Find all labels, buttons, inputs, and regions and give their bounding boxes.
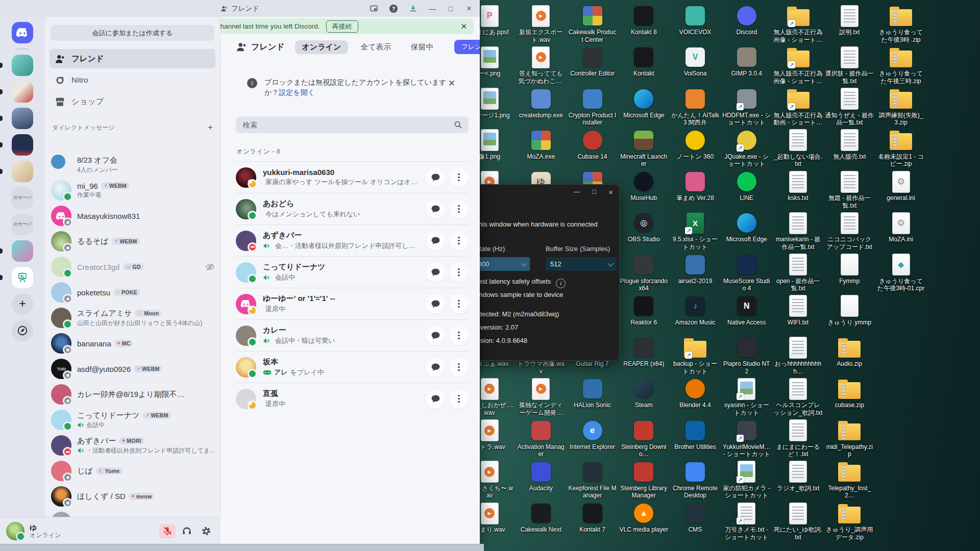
desktop-icon[interactable]: e Internet Explorer xyxy=(568,419,617,451)
server-icon[interactable] xyxy=(12,161,33,182)
desktop-icon[interactable]: 無人販売.txt xyxy=(825,129,874,161)
dialog-minimize-button[interactable]: — xyxy=(573,188,580,196)
dm-item[interactable]: カレー卯丼@8/19より期限不明活動… xyxy=(45,382,220,407)
dm-item[interactable]: mi_96 ⚡ WEBM 作業中毒 xyxy=(45,178,220,203)
desktop-icon[interactable]: ♪ Amazon Music xyxy=(671,294,720,327)
desktop-icon[interactable]: きゅうり食ってた午後3時-01.cpr xyxy=(876,253,925,292)
conversation-search-button[interactable]: 会話に参加または作成する xyxy=(51,25,214,41)
desktop-icon[interactable]: Microsoft Edge xyxy=(722,211,771,243)
message-button[interactable] xyxy=(426,294,445,314)
dm-item[interactable]: じば ☾ Yume xyxy=(45,458,220,484)
desktop-icon[interactable]: 通知うぜえ - 親作品一覧.txt xyxy=(825,87,874,127)
desktop-icon[interactable]: open - 親作品一覧.txt xyxy=(774,253,823,292)
desktop-icon[interactable]: 答え知ってても気づかぬわこれ.wav xyxy=(517,45,566,85)
more-options-button[interactable] xyxy=(449,231,469,251)
desktop-icon[interactable]: LINE xyxy=(722,170,771,202)
desktop-icon[interactable]: MuseScore Studio 4 xyxy=(722,253,771,292)
desktop-icon[interactable]: Telepathy_Inst_2… xyxy=(825,460,874,499)
desktop-icon[interactable]: Chrome Remote Desktop xyxy=(671,460,720,499)
desktop-icon[interactable]: 新規エクスポート.wav xyxy=(517,4,566,43)
desktop-icon[interactable]: _起動しない場合.txt xyxy=(774,129,823,168)
desktop-icon[interactable]: CMS xyxy=(671,502,720,534)
dm-item[interactable]: Creator13gd ☺ GD xyxy=(45,254,220,280)
deafen-button[interactable] xyxy=(179,524,195,538)
open-settings-link[interactable]: 設定を開く xyxy=(279,88,315,96)
desktop-icon[interactable]: Steinberg Library Manager xyxy=(619,460,668,499)
add-server-button[interactable]: + xyxy=(12,293,33,315)
desktop-icon[interactable]: general.ini xyxy=(876,170,925,202)
dm-item[interactable]: あずきバー ♥ MORI ・活動者様以外原則フレンド申請許可してま… xyxy=(45,433,220,458)
desktop-icon[interactable]: 無人販売不正行為動画 - ショートカット xyxy=(774,87,823,127)
desktop-icon[interactable]: 選択肢 - 親作品一覧.txt xyxy=(825,45,874,85)
banner-close-icon[interactable]: ✕ xyxy=(460,22,467,31)
desktop-icon[interactable]: Audacity xyxy=(517,460,566,492)
desktop-icon[interactable]: Piapro Studio NT2 xyxy=(722,336,771,375)
dm-item[interactable]: ほしくず / SD ♥ meow xyxy=(45,484,220,509)
desktop-icon[interactable]: 調声練習(失敗)_3.zip xyxy=(876,87,925,127)
desktop-icon[interactable]: manisekarin - 親作品一覧.txt xyxy=(774,211,823,251)
more-options-button[interactable] xyxy=(449,358,469,377)
desktop-icon[interactable]: 名称未設定1 - コピー.zip xyxy=(876,129,925,168)
dm-item[interactable]: bananana ♥ MC xyxy=(45,331,220,356)
friend-row[interactable]: カレー 会話中・猫は可愛い xyxy=(236,319,469,351)
server-icon[interactable] xyxy=(12,267,33,288)
desktop-icon[interactable]: Cakewalk Next xyxy=(517,502,566,534)
desktop-icon[interactable]: Cubase 14 xyxy=(568,129,617,161)
desktop-icon[interactable]: YukkuriMovieM… - ショートカット xyxy=(722,419,771,458)
friends-filter-tab[interactable]: オンライン xyxy=(295,40,349,54)
pip-icon[interactable] xyxy=(370,4,378,13)
sidebar-item-shop[interactable]: ショップ xyxy=(50,92,215,111)
desktop-icon[interactable]: Controller Editor xyxy=(568,45,617,78)
desktop-icon[interactable]: JQuake.exe - ショートカット xyxy=(722,129,771,168)
dm-item[interactable]: Yuto asdf@yuto0926 ⚡ WEBM xyxy=(45,356,220,382)
desktop-icon[interactable]: 無題 - 親作品一覧.txt xyxy=(825,170,874,209)
friends-filter-tab[interactable]: 全て表示 xyxy=(353,40,398,54)
desktop-icon[interactable]: ▲ VLC media player xyxy=(619,502,668,534)
desktop-icon[interactable]: Kontakt 8 xyxy=(619,4,668,36)
friend-row[interactable]: ゆーゆー' or '1'='1' -- 退席中 xyxy=(236,288,469,319)
desktop-icon[interactable]: Activation Manager xyxy=(517,419,566,458)
server-icon[interactable]: のサーバ xyxy=(12,214,33,235)
eye-slash-icon[interactable] xyxy=(205,262,215,272)
desktop-icon[interactable]: VOICEVOX xyxy=(671,4,720,36)
discord-titlebar[interactable]: フレンド ? — □ × xyxy=(0,0,480,17)
desktop-icon[interactable]: ヘルスコンプレッション_歌詞.txt xyxy=(774,377,823,416)
desktop-icon[interactable]: syasinn - ショートカット xyxy=(722,377,771,416)
user-avatar[interactable] xyxy=(6,522,24,540)
search-input[interactable] xyxy=(242,120,454,130)
notice-close-icon[interactable]: ✕ xyxy=(448,78,455,89)
desktop-icon[interactable]: 説明.txt xyxy=(825,4,874,36)
desktop-icon[interactable]: 無人販売不正行為画像 - ショートカット xyxy=(774,45,823,85)
desktop-icon[interactable]: Brother Utilities xyxy=(671,419,720,451)
desktop-icon[interactable]: 9.5.xlsx - ショートカット xyxy=(671,211,720,251)
desktop-icon[interactable]: Plogue sforzando x64 xyxy=(619,253,668,292)
desktop-icon[interactable]: Kontakt xyxy=(619,45,668,78)
desktop-icon[interactable]: 死にたい_ゆ歌詞.txt xyxy=(774,502,823,541)
dm-item[interactable]: poketetsu ⚡ POKE xyxy=(45,280,220,305)
desktop-icon[interactable]: cubase.zip xyxy=(825,377,874,409)
desktop-icon[interactable]: ◎ OBS Studio xyxy=(619,211,668,243)
message-button[interactable] xyxy=(426,168,445,187)
desktop-icon[interactable]: Blender 4.4 xyxy=(671,377,720,409)
buffer-size-select[interactable]: 512 xyxy=(546,257,617,271)
desktop-icon[interactable]: Kontakt 7 xyxy=(568,502,617,534)
close-button[interactable]: × xyxy=(465,4,473,13)
desktop-icon[interactable]: HDDFMT.exe - ショートカット xyxy=(722,87,771,127)
desktop-icon[interactable]: かんたん！AITalk 3 関西弁 xyxy=(671,87,720,127)
more-options-button[interactable] xyxy=(449,294,469,314)
desktop-icon[interactable]: まにまにわーるど！.txt xyxy=(774,419,823,458)
desktop-icon[interactable]: きゅうり.ymmp xyxy=(825,294,874,327)
desktop-icon[interactable]: Keepforest File Manager xyxy=(568,460,617,499)
desktop-icon[interactable]: backup - ショートカット xyxy=(671,336,720,375)
desktop-icon[interactable]: HALion Sonic xyxy=(568,377,617,409)
desktop-icon[interactable]: ノートン 360 xyxy=(671,129,720,161)
desktop-icon[interactable]: おっhhhhhhhhhhh… xyxy=(774,336,823,375)
message-button[interactable] xyxy=(426,231,445,251)
desktop-icon[interactable]: MoZA.ini xyxy=(876,211,925,243)
message-button[interactable] xyxy=(426,389,445,409)
explore-servers-button[interactable] xyxy=(12,320,33,341)
server-icon[interactable] xyxy=(12,108,33,129)
friend-row[interactable]: yukkuri-marisa0630 家康の家やっす ツールを操ツール オリコン… xyxy=(236,161,469,193)
sidebar-item-nitro[interactable]: Nitro xyxy=(50,70,215,90)
dialog-maximize-button[interactable]: □ xyxy=(592,188,596,196)
